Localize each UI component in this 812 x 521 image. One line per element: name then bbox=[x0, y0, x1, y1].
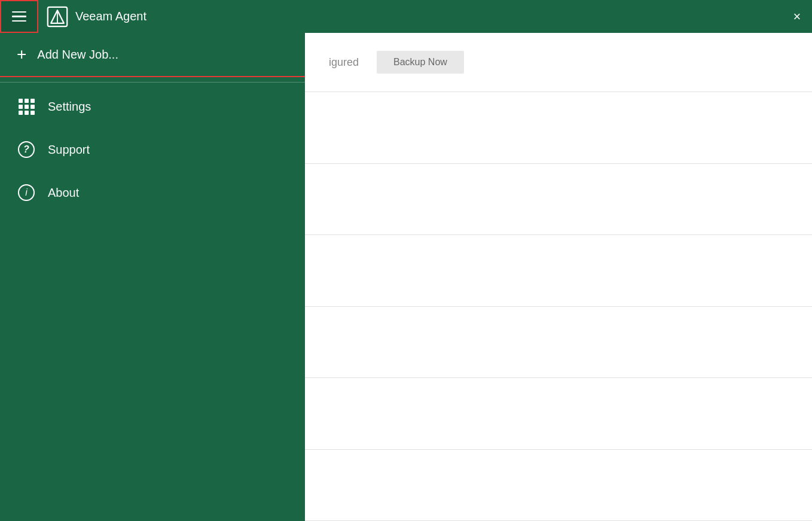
support-icon: ? bbox=[17, 140, 36, 159]
sidebar-item-about[interactable]: i About bbox=[0, 171, 305, 214]
add-new-job-label: Add New Job... bbox=[37, 48, 118, 62]
app-title: Veeam Agent bbox=[75, 10, 782, 23]
hamburger-line-1 bbox=[12, 11, 26, 13]
about-icon: i bbox=[17, 183, 36, 202]
settings-icon bbox=[17, 97, 36, 116]
sidebar-item-support[interactable]: ? Support bbox=[0, 128, 305, 171]
content-row-1 bbox=[305, 92, 812, 164]
about-label: About bbox=[48, 186, 79, 200]
content-row-5 bbox=[305, 378, 812, 450]
menu-divider-1 bbox=[0, 82, 305, 83]
close-button[interactable]: × bbox=[782, 0, 812, 33]
content-rows bbox=[305, 92, 812, 521]
hamburger-button[interactable] bbox=[0, 0, 38, 33]
add-icon: + bbox=[17, 46, 26, 63]
close-icon: × bbox=[793, 9, 801, 25]
content-area: igured Backup Now bbox=[305, 33, 812, 521]
sidebar-item-settings[interactable]: Settings bbox=[0, 85, 305, 128]
hamburger-line-3 bbox=[12, 20, 26, 22]
sidebar-menu: + Add New Job... Settings ? Support bbox=[0, 33, 305, 521]
main-area: + Add New Job... Settings ? Support bbox=[0, 33, 812, 521]
content-row-3 bbox=[305, 235, 812, 307]
titlebar: Veeam Agent × bbox=[0, 0, 812, 33]
veeam-logo bbox=[47, 6, 68, 28]
settings-label: Settings bbox=[48, 100, 91, 114]
content-top-bar: igured Backup Now bbox=[305, 33, 812, 92]
content-row-2 bbox=[305, 164, 812, 236]
content-row-4 bbox=[305, 307, 812, 379]
backup-now-button[interactable]: Backup Now bbox=[377, 51, 464, 74]
content-row-6 bbox=[305, 450, 812, 522]
hamburger-line-2 bbox=[12, 16, 26, 17]
add-new-job-button[interactable]: + Add New Job... bbox=[0, 33, 305, 77]
status-text: igured bbox=[329, 56, 359, 69]
support-label: Support bbox=[48, 143, 90, 157]
